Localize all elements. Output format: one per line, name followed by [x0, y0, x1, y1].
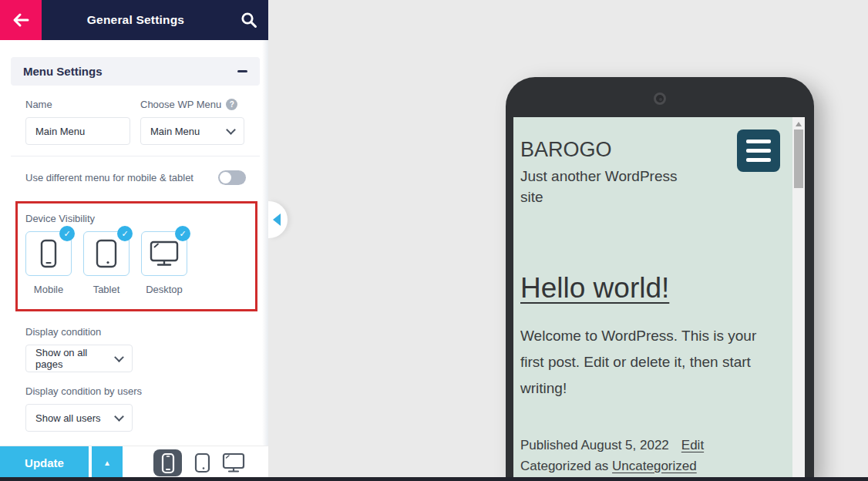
display-condition-label: Display condition	[25, 326, 101, 338]
preview-tablet-button[interactable]	[194, 452, 210, 476]
phone-camera	[654, 92, 666, 105]
menu-settings-section-header[interactable]: Menu Settings	[11, 57, 260, 86]
chevron-down-icon	[114, 352, 124, 362]
published-text: Published August 5, 2022	[520, 438, 669, 453]
search-icon	[241, 12, 257, 29]
preview-mobile-button[interactable]	[153, 449, 182, 476]
hamburger-menu-button[interactable]	[737, 130, 780, 172]
update-button[interactable]: Update	[0, 446, 90, 479]
preview-desktop-button[interactable]	[222, 452, 245, 476]
wp-menu-selected-value: Main Menu	[150, 126, 200, 137]
collapse-section-icon[interactable]	[237, 70, 247, 72]
device-visibility-desktop-card[interactable]: ✓	[141, 231, 187, 276]
post-body: Welcome to WordPress. This is your first…	[520, 323, 778, 402]
desktop-device-icon	[149, 240, 180, 267]
display-condition-users-value: Show all users	[35, 412, 101, 424]
tablet-card-label: Tablet	[83, 284, 130, 295]
divider	[11, 156, 260, 156]
checked-badge-icon: ✓	[117, 226, 133, 241]
device-visibility-mobile-card[interactable]: ✓	[25, 231, 72, 276]
mobile-card-label: Mobile	[25, 284, 72, 295]
different-menu-toggle-label: Use different menu for mobile & tablet	[25, 172, 193, 183]
back-arrow-icon	[11, 11, 31, 29]
published-row: Published August 5, 2022 Edit	[520, 438, 782, 453]
checked-badge-icon: ✓	[59, 226, 75, 241]
display-condition-users-label: Display condition by users	[25, 385, 142, 397]
site-tagline: Just another WordPress site	[520, 166, 690, 207]
window-bottom-edge	[0, 477, 868, 481]
post-title-link[interactable]: Hello world!	[520, 272, 669, 304]
back-button[interactable]	[0, 0, 42, 40]
categorized-text: Categorized as	[520, 459, 612, 473]
settings-panel: General Settings Menu Settings Name Choo…	[0, 0, 268, 481]
wp-menu-select[interactable]: Main Menu	[140, 117, 244, 145]
phone-screen: BAROGO Just another WordPress site Hello…	[513, 117, 805, 481]
panel-scrollbar[interactable]	[262, 40, 268, 446]
collapse-panel-handle[interactable]	[268, 201, 288, 238]
panel-footer: Update ▲	[0, 446, 268, 479]
mobile-preview-icon	[161, 452, 175, 474]
mobile-device-icon	[39, 238, 59, 269]
search-button[interactable]	[230, 0, 268, 40]
tablet-device-icon	[95, 238, 118, 269]
scroll-up-arrow-icon[interactable]	[796, 122, 802, 126]
categorized-row: Categorized as Uncategorized	[520, 459, 782, 474]
desktop-card-label: Desktop	[141, 284, 187, 295]
toggle-knob	[220, 172, 231, 183]
different-menu-toggle[interactable]	[218, 170, 246, 185]
scrollbar-thumb[interactable]	[794, 130, 803, 188]
display-condition-value: Show on all pages	[35, 347, 116, 370]
collapse-panel-arrow-icon	[273, 214, 281, 226]
chevron-down-icon	[226, 125, 236, 135]
phone-mockup: BAROGO Just another WordPress site Hello…	[506, 77, 814, 481]
page-title: General Settings	[42, 0, 230, 40]
wp-menu-label: Choose WP Menu ?	[140, 99, 237, 110]
section-title: Menu Settings	[23, 65, 103, 78]
display-condition-users-select[interactable]: Show all users	[25, 404, 133, 432]
chevron-down-icon	[114, 412, 124, 422]
edit-link[interactable]: Edit	[681, 438, 704, 453]
help-icon[interactable]: ?	[226, 99, 237, 110]
phone-scrollbar[interactable]	[792, 117, 805, 481]
hamburger-icon	[746, 140, 771, 143]
site-preview: BAROGO Just another WordPress site Hello…	[513, 117, 792, 481]
menu-name-input[interactable]	[25, 117, 130, 145]
display-condition-select[interactable]: Show on all pages	[25, 345, 133, 372]
panel-header: General Settings	[0, 0, 268, 40]
expand-update-options-button[interactable]: ▲	[92, 446, 123, 479]
desktop-preview-icon	[222, 452, 245, 473]
checked-badge-icon: ✓	[175, 226, 190, 241]
device-visibility-label: Device Visibility	[25, 213, 95, 224]
device-visibility-tablet-card[interactable]: ✓	[83, 231, 130, 276]
tablet-preview-icon	[194, 452, 210, 473]
name-label: Name	[25, 99, 52, 110]
category-link[interactable]: Uncategorized	[612, 459, 697, 473]
